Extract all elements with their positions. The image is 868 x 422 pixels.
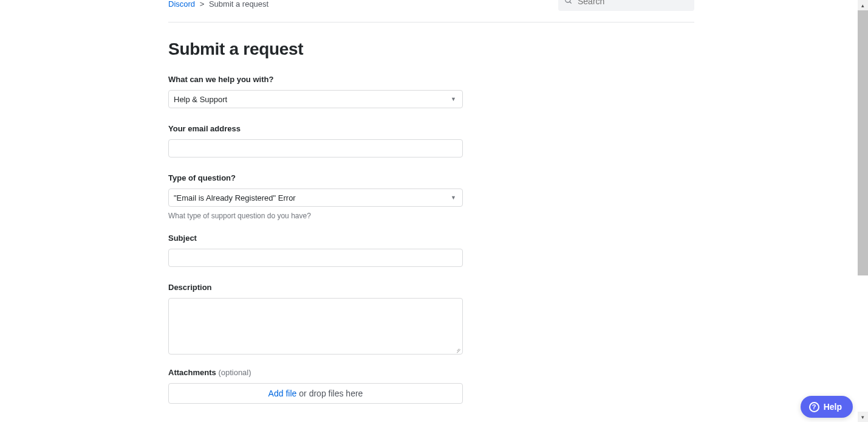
email-field-wrapper <box>168 139 463 157</box>
chevron-down-icon: ▼ <box>451 96 456 102</box>
attachments-dropzone[interactable]: Add file or drop files here <box>168 383 463 404</box>
subject-field-wrapper <box>168 249 463 267</box>
help-widget[interactable]: ? Help <box>801 396 853 418</box>
svg-line-1 <box>570 1 572 3</box>
email-field[interactable] <box>174 144 457 153</box>
divider <box>168 22 694 22</box>
help-with-label: What can we help you with? <box>168 75 463 84</box>
attachments-label-text: Attachments <box>168 368 216 377</box>
search-input[interactable] <box>578 0 688 6</box>
scroll-up-button[interactable]: ▴ <box>858 0 868 10</box>
help-with-select[interactable]: Help & Support ▼ <box>168 90 463 108</box>
resize-handle-icon[interactable] <box>455 347 461 353</box>
description-field[interactable] <box>174 302 457 348</box>
description-label: Description <box>168 283 463 292</box>
email-label: Your email address <box>168 124 463 133</box>
question-type-value: "Email is Already Registered" Error <box>174 193 296 202</box>
breadcrumb-separator: > <box>200 0 205 9</box>
breadcrumb-root-link[interactable]: Discord <box>168 0 195 9</box>
add-file-link[interactable]: Add file <box>268 389 297 398</box>
dropzone-suffix: or drop files here <box>299 389 363 398</box>
search-box[interactable] <box>558 0 694 11</box>
search-icon <box>564 0 573 7</box>
scroll-down-button[interactable]: ▾ <box>858 412 868 422</box>
attachments-label: Attachments (optional) <box>168 368 463 377</box>
question-type-select[interactable]: "Email is Already Registered" Error ▼ <box>168 189 463 207</box>
page-title: Submit a request <box>168 40 694 59</box>
attachments-optional: (optional) <box>218 368 251 377</box>
help-question-icon: ? <box>809 402 819 412</box>
question-type-label: Type of question? <box>168 173 463 182</box>
help-with-value: Help & Support <box>174 95 227 104</box>
chevron-down-icon: ▼ <box>451 195 456 201</box>
question-type-hint: What type of support question do you hav… <box>168 212 463 220</box>
help-widget-label: Help <box>824 402 842 412</box>
breadcrumb-current: Submit a request <box>209 0 268 9</box>
subject-field[interactable] <box>174 254 457 263</box>
subject-label: Subject <box>168 233 463 243</box>
breadcrumb: Discord > Submit a request <box>168 0 268 8</box>
scrollbar-thumb[interactable] <box>858 0 868 275</box>
description-field-wrapper <box>168 298 463 355</box>
